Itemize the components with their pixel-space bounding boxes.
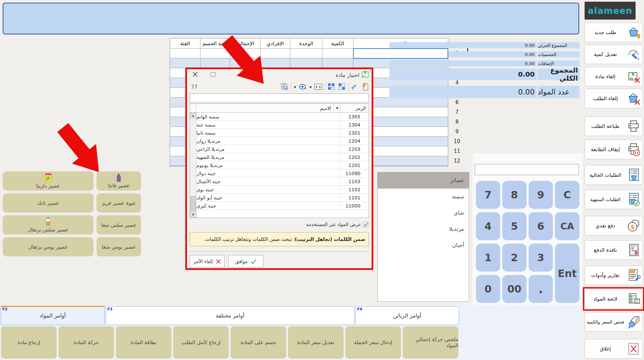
- keypad-entry-field[interactable]: [475, 164, 579, 175]
- list-scrollbar[interactable]: ▲ ▼: [190, 113, 196, 218]
- edit-quantity-button[interactable]: تعديل كمية: [585, 45, 643, 64]
- dialog-maximize-icon[interactable]: [211, 72, 215, 77]
- item-row[interactable]: جبنة أبو الولد1101: [196, 194, 369, 202]
- item-row[interactable]: سمنة تانيا1301: [196, 129, 369, 137]
- price-check-button[interactable]: فحص السعر والكمية $: [585, 312, 643, 332]
- key-4[interactable]: 4: [476, 212, 500, 240]
- items-total-movement-summary-button[interactable]: ملخص حركة إجمالي المواد: [403, 326, 458, 359]
- item-movement-button[interactable]: حركة المادة: [58, 326, 114, 359]
- category-item-mortadella[interactable]: مرتديلا: [378, 221, 469, 237]
- reports-tools-button[interactable]: تقارير وأدوات: [585, 266, 643, 285]
- key-5[interactable]: 5: [502, 212, 527, 240]
- order-table-cell[interactable]: [290, 49, 322, 58]
- product-button-tank[interactable]: عصير تانك: [3, 193, 93, 213]
- key-3[interactable]: 3: [529, 244, 553, 272]
- stop-printer-button[interactable]: إيقاف الطابعة: [585, 140, 643, 159]
- tab-item-commands[interactable]: F2 أوامر المواد: [1, 306, 105, 325]
- order-table-cell[interactable]: [290, 58, 322, 68]
- category-item-cheese[interactable]: أجبان: [378, 237, 469, 253]
- key-00[interactable]: 00: [502, 275, 527, 303]
- category-item-ghee[interactable]: سمنة: [378, 189, 469, 205]
- payment-window-button[interactable]: نافذة الدفع $: [585, 240, 643, 260]
- search-lens-icon[interactable]: [299, 83, 307, 92]
- key-0[interactable]: 0: [476, 275, 500, 303]
- item-row[interactable]: جبنة الأشبال1103: [196, 177, 369, 186]
- cancel-button[interactable]: إلغاء الأمر: [190, 255, 225, 268]
- item-row[interactable]: مرتديلا يونيوم1201: [196, 161, 369, 169]
- order-table-cell[interactable]: [200, 58, 230, 68]
- item-row[interactable]: جبنة بوي1102: [196, 186, 369, 194]
- item-row[interactable]: جبنة كيري11000: [196, 202, 369, 210]
- product-button-slice-orange[interactable]: عصير سلس برتقال: [3, 215, 93, 234]
- key-enter[interactable]: Ent: [555, 244, 580, 303]
- item-row[interactable]: جبنة دولار11090: [196, 169, 369, 177]
- item-code: 1301: [340, 129, 369, 137]
- product-button-darina[interactable]: عصير دارينا: [3, 171, 93, 191]
- scroll-down-icon[interactable]: ▼: [190, 212, 196, 218]
- order-table-cell[interactable]: [261, 49, 290, 58]
- return-item-button[interactable]: إرجاع مادة: [1, 326, 57, 359]
- order-table-cell[interactable]: [170, 58, 200, 68]
- item-search-input[interactable]: [190, 93, 369, 103]
- key-clear[interactable]: C: [555, 181, 580, 209]
- return-full-order-button[interactable]: إرجاع كامل الطلب: [173, 326, 229, 359]
- order-table-cell[interactable]: [322, 58, 353, 68]
- item-row[interactable]: مرتديلا الراعي1203: [196, 145, 369, 153]
- close-app-button[interactable]: إغلاق: [585, 339, 643, 359]
- key-9[interactable]: 9: [529, 181, 553, 209]
- list-name-header[interactable]: الاسم: [196, 104, 334, 112]
- cancel-item-button[interactable]: إلغاء مادة: [585, 67, 643, 86]
- key-2[interactable]: 2: [502, 244, 527, 272]
- key-6[interactable]: 6: [529, 212, 553, 240]
- tab-misc-commands[interactable]: F3 أوامر مختلفة: [106, 306, 354, 325]
- key-decimal[interactable]: .: [529, 275, 553, 303]
- list-code-header[interactable]: الرمز: [340, 104, 369, 112]
- new-order-button[interactable]: طلب جديد: [585, 23, 643, 42]
- current-orders-button[interactable]: الطلبات الحالية: [585, 165, 643, 185]
- enter-wholesale-price-button[interactable]: إدخال سعر الجملة: [345, 326, 401, 359]
- product-button-daily-orange[interactable]: عصير يومي برتقال: [3, 237, 93, 256]
- sort-filter-button[interactable]: [334, 104, 340, 112]
- edit-pencil-icon[interactable]: [351, 83, 359, 92]
- print-order-button[interactable]: طباعة الطلب: [585, 116, 643, 136]
- order-table-cell[interactable]: [322, 49, 353, 58]
- edit-item-price-button[interactable]: تعديل سعر المادة: [288, 326, 344, 359]
- grand-total-label: المجموع الكلي: [538, 68, 580, 80]
- scrollbar-thumb[interactable]: [190, 196, 196, 211]
- key-8[interactable]: 8: [502, 181, 527, 209]
- auto-text-icon[interactable]: a: [314, 83, 322, 92]
- key-1[interactable]: 1: [476, 244, 500, 272]
- category-item-juices[interactable]: عصائر: [378, 172, 469, 189]
- item-row[interactable]: سمنة جنة1304: [196, 121, 369, 129]
- key-clear-all[interactable]: CA: [555, 212, 580, 240]
- order-table-cell[interactable]: [200, 49, 230, 58]
- tiles-view-icon[interactable]: [327, 83, 336, 92]
- item-row[interactable]: مرتديلا الشهية1202: [196, 153, 369, 161]
- tab-customer-commands[interactable]: F4 أوامر الزبائن: [355, 306, 459, 325]
- checkbox-checked-icon[interactable]: [363, 222, 368, 227]
- multi-search-icon[interactable]: [280, 83, 289, 92]
- order-table-cell[interactable]: [261, 58, 290, 68]
- chevron-down-icon[interactable]: [309, 86, 312, 88]
- order-table-cell[interactable]: [170, 49, 200, 58]
- item-row[interactable]: مرتديلا زوان1204: [196, 137, 369, 145]
- product-button-slice-mango[interactable]: عصير سلس منغا: [97, 215, 141, 234]
- product-button-daily-mango[interactable]: عصير يومي منغا: [97, 237, 141, 256]
- chevron-down-icon[interactable]: [294, 86, 296, 88]
- new-item-icon[interactable]: [361, 83, 370, 92]
- finished-orders-button[interactable]: الطلبات المنتهية: [585, 190, 643, 209]
- focused-name-cell[interactable]: [353, 48, 448, 59]
- item-card-button[interactable]: بطاقة المادة: [116, 326, 171, 359]
- item-row[interactable]: سمنة الهانم1305: [196, 113, 369, 121]
- product-button-fanta[interactable]: عصير فانتا: [97, 171, 141, 191]
- cancel-order-button[interactable]: إلغاء الطلب: [585, 89, 643, 108]
- product-button-freez[interactable]: عبوة عصير فريز: [97, 193, 141, 213]
- grid-view-icon[interactable]: [338, 83, 346, 92]
- cash-payment-button[interactable]: دفع نقدي $: [585, 216, 643, 236]
- item-discount-button[interactable]: حسم على المادة: [231, 326, 286, 359]
- scroll-up-icon[interactable]: ▲: [190, 113, 196, 118]
- dialog-close-icon[interactable]: ×: [192, 70, 198, 79]
- key-7[interactable]: 7: [476, 181, 500, 209]
- ok-button[interactable]: موافق: [228, 255, 263, 268]
- category-item-tea[interactable]: شاي: [378, 205, 469, 221]
